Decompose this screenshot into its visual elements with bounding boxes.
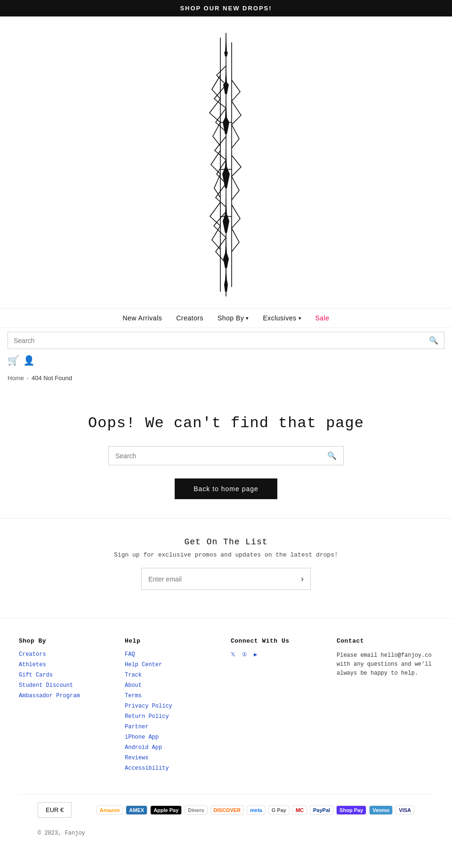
footer-link-giftcards[interactable]: Gift Cards bbox=[19, 672, 115, 678]
twitter-icon[interactable]: 𝕏 bbox=[231, 651, 235, 658]
payment-gpay: G Pay bbox=[268, 805, 290, 815]
footer-link-terms[interactable]: Terms bbox=[125, 693, 221, 699]
svg-marker-10 bbox=[223, 198, 229, 233]
payment-mastercard: MC bbox=[292, 805, 307, 815]
footer-link-accessibility[interactable]: Accessibility bbox=[125, 765, 221, 772]
footer-link-privacy[interactable]: Privacy Policy bbox=[125, 703, 221, 709]
payment-amazon: Amazon bbox=[97, 805, 123, 815]
nav-shopby[interactable]: Shop By ▾ bbox=[218, 314, 249, 322]
footer-link-return[interactable]: Return Policy bbox=[125, 713, 221, 720]
youtube-icon[interactable]: ▶ bbox=[254, 651, 257, 658]
copyright: © 2023, Fanjoy bbox=[19, 825, 433, 844]
newsletter-title: Get On The List bbox=[9, 537, 443, 547]
logo-area bbox=[0, 16, 452, 308]
shopby-chevron-icon: ▾ bbox=[246, 315, 249, 321]
newsletter-submit-button[interactable]: › bbox=[294, 568, 310, 589]
error-section: Oops! We can't find that page 🔍 Back to … bbox=[0, 386, 452, 518]
search-input-404[interactable] bbox=[115, 452, 327, 460]
nav-sale[interactable]: Sale bbox=[315, 314, 330, 322]
error-title: Oops! We can't find that page bbox=[9, 414, 443, 432]
nav-new-arrivals[interactable]: New Arrivals bbox=[122, 314, 162, 322]
footer-col-help: Help FAQ Help Center Track About Terms P… bbox=[125, 637, 221, 775]
footer: Shop By Creators Athletes Gift Cards Stu… bbox=[0, 618, 452, 853]
newsletter-form: › bbox=[141, 568, 311, 590]
footer-link-partner[interactable]: Partner bbox=[125, 724, 221, 730]
payment-icons: Amazon AMEX Apple Pay Diners DISCOVER me… bbox=[97, 805, 414, 815]
icons-row: 🛒 👤 bbox=[0, 353, 452, 370]
payment-shopify: Shop Pay bbox=[336, 805, 366, 815]
footer-link-ambassador[interactable]: Ambassador Program bbox=[19, 693, 115, 699]
breadcrumb-home[interactable]: Home bbox=[8, 374, 24, 382]
newsletter-subtitle: Sign up for exclusive promos and updates… bbox=[9, 551, 443, 558]
search-bar-top: 🔍 bbox=[8, 332, 444, 349]
exclusives-chevron-icon: ▾ bbox=[299, 315, 301, 321]
top-banner: SHOP OUR NEW DROPS! bbox=[0, 0, 452, 16]
back-to-home-button[interactable]: Back to home page bbox=[175, 478, 277, 499]
footer-col-contact: Contact Please email hello@fanjoy.co wit… bbox=[337, 637, 433, 775]
payment-applepay: Apple Pay bbox=[150, 805, 182, 815]
footer-shopby-heading: Shop By bbox=[19, 637, 115, 645]
footer-link-creators[interactable]: Creators bbox=[19, 651, 115, 658]
footer-link-faq[interactable]: FAQ bbox=[125, 651, 221, 658]
footer-link-student-discount[interactable]: Student Discount bbox=[19, 682, 115, 689]
footer-help-heading: Help bbox=[125, 637, 221, 645]
logo-graphic bbox=[207, 28, 245, 301]
newsletter-section: Get On The List Sign up for exclusive pr… bbox=[0, 518, 452, 618]
cart-button[interactable]: 🛒 bbox=[8, 355, 19, 366]
footer-link-about[interactable]: About bbox=[125, 682, 221, 689]
footer-contact-text: Please email hello@fanjoy.co with any qu… bbox=[337, 651, 433, 678]
svg-marker-11 bbox=[223, 238, 229, 268]
footer-link-athletes[interactable]: Athletes bbox=[19, 661, 115, 668]
footer-link-track[interactable]: Track bbox=[125, 672, 221, 678]
footer-contact-heading: Contact bbox=[337, 637, 433, 645]
nav-exclusives[interactable]: Exclusives ▾ bbox=[263, 314, 301, 322]
main-nav: New Arrivals Creators Shop By ▾ Exclusiv… bbox=[0, 308, 452, 328]
newsletter-email-input[interactable] bbox=[142, 570, 294, 589]
payment-paypal: PayPal bbox=[310, 805, 333, 815]
footer-link-reviews[interactable]: Reviews bbox=[125, 755, 221, 761]
breadcrumb: Home › 404 Not Found bbox=[0, 370, 452, 386]
footer-col-shopby: Shop By Creators Athletes Gift Cards Stu… bbox=[19, 637, 115, 775]
svg-marker-8 bbox=[223, 99, 229, 134]
instagram-icon[interactable]: ① bbox=[242, 651, 247, 658]
svg-marker-6 bbox=[224, 33, 228, 56]
currency-selector[interactable]: EUR € bbox=[38, 802, 72, 818]
footer-link-android[interactable]: Android App bbox=[125, 744, 221, 751]
svg-marker-7 bbox=[223, 66, 229, 94]
svg-marker-9 bbox=[222, 148, 230, 188]
nav-creators[interactable]: Creators bbox=[176, 314, 203, 322]
payment-visa: VISA bbox=[396, 805, 414, 815]
svg-marker-12 bbox=[224, 266, 228, 292]
search-button-404[interactable]: 🔍 bbox=[327, 451, 337, 460]
search-bar-404: 🔍 bbox=[108, 446, 344, 465]
footer-grid: Shop By Creators Athletes Gift Cards Stu… bbox=[19, 637, 433, 775]
breadcrumb-separator: › bbox=[27, 374, 29, 382]
footer-link-iphone[interactable]: iPhone App bbox=[125, 734, 221, 741]
payment-venmo: Venmo bbox=[369, 805, 393, 815]
footer-bottom: EUR € Amazon AMEX Apple Pay Diners DISCO… bbox=[19, 794, 433, 825]
payment-meta: meta bbox=[247, 805, 266, 815]
search-input-top[interactable] bbox=[14, 337, 429, 344]
account-button[interactable]: 👤 bbox=[23, 355, 35, 366]
breadcrumb-current: 404 Not Found bbox=[32, 374, 72, 382]
footer-col-social: Connect With Us 𝕏 ① ▶ bbox=[231, 637, 327, 775]
payment-discover: DISCOVER bbox=[210, 805, 244, 815]
payment-amex: AMEX bbox=[126, 805, 147, 815]
payment-diners: Diners bbox=[185, 805, 207, 815]
footer-social-heading: Connect With Us bbox=[231, 637, 327, 645]
social-icons: 𝕏 ① ▶ bbox=[231, 651, 327, 662]
search-button-top[interactable]: 🔍 bbox=[429, 336, 438, 345]
footer-link-helpcenter[interactable]: Help Center bbox=[125, 661, 221, 668]
